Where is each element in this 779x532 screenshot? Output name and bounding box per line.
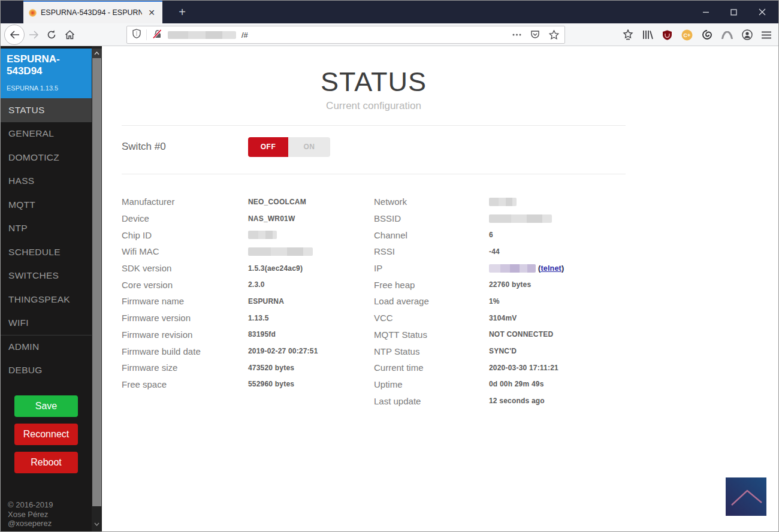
tracking-protection-shield-icon[interactable] bbox=[132, 29, 141, 41]
status-row: Firmware size473520 bytes bbox=[122, 359, 374, 376]
sidebar-item-admin[interactable]: ADMIN bbox=[1, 335, 92, 359]
status-value-text: 1.5.3(aec24ac9) bbox=[248, 264, 303, 273]
status-value-text: 12 seconds ago bbox=[489, 397, 545, 405]
status-value-text: 0d 00h 29m 49s bbox=[489, 380, 544, 388]
status-row: Network bbox=[374, 194, 626, 210]
chevron-down-icon bbox=[94, 522, 99, 526]
sidebar-item-wifi[interactable]: WIFI bbox=[1, 312, 92, 335]
arc-extension-icon[interactable] bbox=[721, 31, 733, 39]
status-row-value bbox=[248, 231, 277, 239]
status-row-label: Manufacturer bbox=[122, 197, 248, 207]
switch-on-button[interactable]: ON bbox=[288, 137, 330, 157]
status-row: Firmware version1.13.5 bbox=[122, 310, 374, 327]
redacted-value bbox=[489, 198, 517, 206]
save-button[interactable]: Save bbox=[14, 395, 78, 417]
status-row-value: NEO_COOLCAM bbox=[248, 198, 306, 206]
back-button[interactable] bbox=[4, 25, 25, 45]
footer-handle: @xoseperez bbox=[8, 519, 53, 528]
back-icon bbox=[10, 31, 20, 39]
status-row-value: 1% bbox=[489, 297, 500, 306]
sidebar-item-switches[interactable]: SWITCHES bbox=[1, 264, 92, 288]
c-plus-extension-icon[interactable]: C+ bbox=[681, 29, 693, 41]
home-button[interactable] bbox=[61, 25, 78, 45]
url-bar[interactable]: /# bbox=[126, 26, 565, 44]
status-value-text: NEO_COOLCAM bbox=[248, 198, 306, 206]
status-row-value: -44 bbox=[489, 247, 500, 256]
status-row-label: Uptime bbox=[374, 379, 489, 389]
bookmark-star-icon[interactable] bbox=[549, 30, 559, 40]
sidebar-item-mqtt[interactable]: MQTT bbox=[1, 193, 92, 217]
status-value-text: 552960 bytes bbox=[248, 380, 294, 388]
url-redacted-host bbox=[168, 31, 236, 39]
status-row-value: 1.5.3(aec24ac9) bbox=[248, 264, 303, 273]
ublock-extension-icon[interactable] bbox=[662, 30, 672, 40]
status-row: DeviceNAS_WR01W bbox=[122, 210, 374, 227]
new-tab-button[interactable]: + bbox=[173, 1, 191, 23]
status-row-value bbox=[489, 198, 517, 206]
urlbar-divider bbox=[146, 29, 147, 40]
sidebar-buttons: SaveReconnectReboot bbox=[1, 382, 92, 480]
switch-off-button[interactable]: OFF bbox=[248, 137, 288, 157]
status-row: VCC3104mV bbox=[374, 310, 626, 327]
telnet-link-wrap: (telnet) bbox=[538, 264, 564, 273]
status-row-value: 2019-02-27 00:27:51 bbox=[248, 347, 318, 355]
chevron-up-icon bbox=[94, 52, 99, 55]
close-button[interactable] bbox=[748, 1, 776, 23]
tab-close-icon[interactable]: ✕ bbox=[146, 7, 157, 18]
status-value-text: 2.3.0 bbox=[248, 280, 265, 289]
browser-tab[interactable]: ESPURNA-543D94 - ESPURNA ✕ bbox=[23, 1, 162, 23]
forward-button[interactable] bbox=[25, 25, 43, 45]
scroll-down-button[interactable] bbox=[92, 520, 102, 528]
account-icon[interactable] bbox=[742, 29, 753, 40]
status-row-value: 6 bbox=[489, 231, 493, 239]
sidebar-item-hass[interactable]: HASS bbox=[1, 170, 92, 194]
page-actions-icon[interactable] bbox=[512, 34, 521, 36]
status-row: Core version2.3.0 bbox=[122, 276, 374, 293]
minimize-button[interactable] bbox=[692, 1, 720, 23]
reboot-button[interactable]: Reboot bbox=[14, 452, 78, 473]
sidebar-item-domoticz[interactable]: DOMOTICZ bbox=[1, 146, 92, 170]
main-content: STATUS Current configuration Switch #0 O… bbox=[102, 46, 778, 531]
status-row-label: Chip ID bbox=[122, 230, 248, 240]
status-row: IP(telnet) bbox=[374, 260, 626, 277]
library-icon[interactable] bbox=[642, 30, 653, 40]
status-row-label: Free heap bbox=[374, 280, 489, 290]
status-value-text: ESPURNA bbox=[248, 297, 284, 306]
sidebar-item-thingspeak[interactable]: THINGSPEAK bbox=[1, 288, 92, 312]
status-value-text: 1.13.5 bbox=[248, 314, 269, 322]
sidebar-item-general[interactable]: GENERAL bbox=[1, 122, 92, 146]
status-row-label: SDK version bbox=[122, 263, 248, 273]
page-title: STATUS bbox=[122, 66, 626, 98]
status-value-text: 83195fd bbox=[248, 330, 276, 338]
reload-button[interactable] bbox=[43, 25, 61, 45]
swirl-extension-icon[interactable] bbox=[702, 29, 712, 40]
switch-toggle: OFF ON bbox=[248, 137, 330, 157]
insecure-lock-icon[interactable] bbox=[152, 29, 162, 41]
sidebar-item-status[interactable]: STATUS bbox=[1, 98, 92, 122]
status-value-text: NAS_WR01W bbox=[248, 214, 295, 223]
status-row-value: 2020-03-30 17:11:21 bbox=[489, 364, 558, 372]
forward-icon bbox=[29, 31, 39, 39]
sidebar-scrollbar[interactable] bbox=[92, 46, 102, 531]
window-titlebar: ESPURNA-543D94 - ESPURNA ✕ + bbox=[1, 1, 778, 23]
menu-hamburger-icon[interactable] bbox=[762, 31, 771, 39]
sidebar-item-ntp[interactable]: NTP bbox=[1, 217, 92, 241]
status-row: SDK version1.5.3(aec24ac9) bbox=[122, 260, 374, 277]
telnet-link[interactable]: telnet bbox=[541, 264, 561, 273]
pocket-icon[interactable] bbox=[530, 30, 540, 40]
status-row-label: VCC bbox=[374, 313, 489, 323]
scrollbar-thumb[interactable] bbox=[92, 58, 101, 506]
page-subtitle: Current configuration bbox=[122, 100, 626, 112]
reconnect-button[interactable]: Reconnect bbox=[14, 424, 78, 445]
status-row: Chip ID bbox=[122, 226, 374, 243]
save-to-collection-star-icon[interactable] bbox=[623, 29, 633, 40]
sidebar-item-debug[interactable]: DEBUG bbox=[1, 359, 92, 383]
status-row: ManufacturerNEO_COOLCAM bbox=[122, 194, 374, 210]
maximize-button[interactable] bbox=[720, 1, 748, 23]
status-row: Firmware nameESPURNA bbox=[122, 293, 374, 310]
status-row-value bbox=[248, 247, 313, 256]
sidebar-item-schedule[interactable]: SCHEDULE bbox=[1, 240, 92, 264]
status-row-label: Firmware name bbox=[122, 296, 248, 306]
status-row-label: Firmware revision bbox=[122, 330, 248, 340]
scroll-up-button[interactable] bbox=[92, 49, 102, 58]
